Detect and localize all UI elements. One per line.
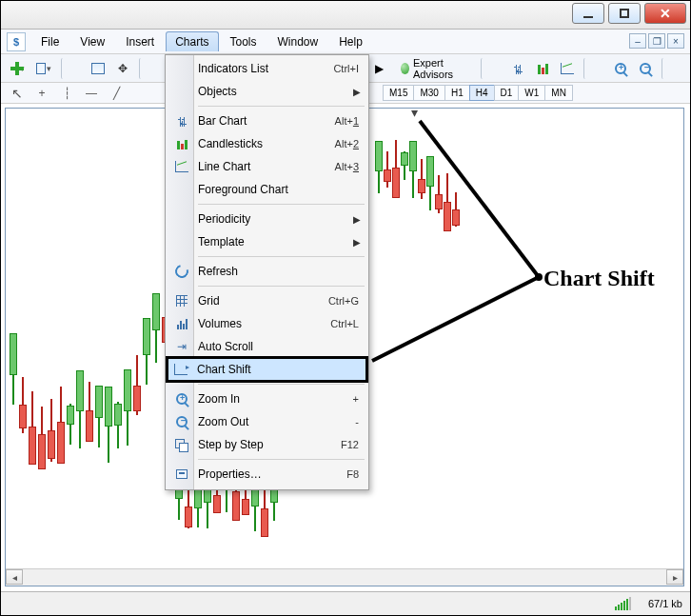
new-chart-button[interactable]: ▾ (7, 58, 29, 79)
line-chart-button[interactable] (557, 58, 578, 79)
menu-step-by-step[interactable]: Step by Step F12 (168, 433, 366, 456)
scroll-right-button[interactable]: ▸ (666, 569, 683, 585)
bar-chart-icon (516, 63, 521, 74)
menu-separator (198, 106, 365, 107)
app-window: ✕ $ File View Insert Charts Tools Window… (0, 0, 691, 616)
line-chart-icon (561, 63, 574, 74)
menu-view[interactable]: View (70, 31, 114, 52)
menu-line-chart[interactable]: Line Chart Alt+3 (168, 155, 366, 178)
window-close-button[interactable]: ✕ (644, 3, 686, 24)
menu-zoom-in[interactable]: Zoom In + (168, 387, 366, 410)
window-maximize-button[interactable] (608, 3, 641, 24)
play-button[interactable]: ▶ (369, 58, 390, 79)
timeframe-h1[interactable]: H1 (444, 85, 470, 101)
vline-tool[interactable]: ┆ (56, 85, 77, 102)
zoom-in-icon (615, 63, 626, 74)
toolbar-separator (61, 58, 82, 79)
window-minimize-button[interactable] (572, 3, 604, 24)
plus-icon (10, 62, 19, 75)
bar-chart-button[interactable] (507, 58, 528, 79)
menu-separator (198, 256, 365, 257)
candle-chart-button[interactable] (532, 58, 553, 79)
annotation-label: Chart Shift (543, 266, 655, 291)
submenu-arrow-icon: ▶ (353, 87, 361, 97)
menu-separator (198, 459, 365, 460)
status-traffic: 67/1 kb (648, 598, 682, 609)
timeframe-d1[interactable]: D1 (494, 85, 520, 101)
hline-tool[interactable]: — (81, 85, 102, 102)
titlebar: ✕ (1, 1, 690, 30)
play-icon: ▶ (375, 62, 384, 75)
timeframe-h4[interactable]: H4 (469, 85, 495, 101)
mdi-minimize-button[interactable]: – (629, 33, 646, 49)
cursor-tool[interactable]: ↖ (7, 85, 28, 102)
expert-advisor-icon (401, 63, 409, 74)
mdi-controls: – ❐ × (629, 33, 684, 49)
menu-file[interactable]: File (31, 31, 69, 52)
candle-chart-icon (173, 135, 190, 152)
zoom-out-icon (173, 413, 190, 430)
menu-chart-shift[interactable]: Chart Shift (166, 356, 368, 383)
profiles-button[interactable]: ▾ (32, 58, 54, 79)
menu-insert[interactable]: Insert (116, 31, 164, 52)
menu-charts[interactable]: Charts (166, 31, 218, 51)
windows-icon (36, 63, 45, 74)
menu-properties[interactable]: Properties… F8 (168, 463, 366, 486)
grid-icon (91, 63, 105, 74)
timeframe-w1[interactable]: W1 (518, 85, 545, 101)
menu-separator (198, 204, 365, 205)
menu-indicators-list[interactable]: Ctrl+I Indicators List (168, 57, 366, 80)
timeframe-m30[interactable]: M30 (413, 85, 444, 101)
timeframe-mn[interactable]: MN (544, 85, 573, 101)
line-chart-icon (173, 158, 190, 175)
menu-refresh[interactable]: Refresh (168, 260, 366, 283)
toolbar-separator (481, 58, 502, 79)
step-icon (173, 436, 190, 453)
zoom-out-button[interactable] (635, 58, 656, 79)
menubar: $ File View Insert Charts Tools Window H… (1, 30, 690, 54)
mdi-close-button[interactable]: × (667, 33, 684, 49)
zoom-in-button[interactable] (610, 58, 631, 79)
statusbar: 67/1 kb (1, 591, 690, 615)
refresh-icon (173, 263, 190, 280)
submenu-arrow-icon: ▶ (353, 214, 361, 225)
cursor-icon: ↖ (11, 86, 23, 101)
zoom-in-icon (173, 390, 190, 407)
chart-shift-icon (172, 361, 189, 378)
zoom-out-icon (640, 63, 651, 74)
timeframe-m15[interactable]: M15 (383, 85, 414, 101)
menu-window[interactable]: Window (268, 31, 328, 52)
menu-candlesticks[interactable]: Candlesticks Alt+2 (168, 132, 366, 155)
menu-bar-chart[interactable]: Bar Chart Alt+1 (168, 109, 366, 132)
menu-volumes[interactable]: Volumes Ctrl+L (168, 312, 366, 335)
menu-separator (198, 384, 365, 385)
scroll-left-button[interactable]: ◂ (6, 569, 23, 585)
menu-foreground-chart[interactable]: Foreground Chart (168, 178, 366, 201)
trendline-tool[interactable]: ╱ (106, 85, 127, 102)
expert-advisors-label: Expert Advisors (413, 57, 468, 80)
menu-auto-scroll[interactable]: ⇥ Auto Scroll (168, 335, 366, 358)
expert-advisors-button[interactable]: Expert Advisors (394, 58, 475, 79)
bar-chart-icon (173, 112, 190, 129)
menu-template[interactable]: Template▶ (168, 230, 366, 253)
menu-help[interactable]: Help (329, 31, 372, 52)
menu-grid[interactable]: Grid Ctrl+G (168, 289, 366, 312)
grid-icon (173, 292, 190, 309)
market-watch-button[interactable] (88, 58, 109, 79)
submenu-arrow-icon: ▶ (353, 237, 361, 248)
crosshair-tool[interactable]: + (31, 85, 52, 102)
trendline-icon: ╱ (113, 87, 120, 100)
vline-icon: ┆ (64, 87, 70, 100)
chart-scrollbar[interactable]: ◂ ▸ (6, 568, 683, 586)
connection-indicator-icon (615, 597, 631, 610)
menu-objects[interactable]: Objects▶ (168, 80, 366, 103)
toolbar-separator (139, 58, 160, 79)
crosshair-icon: ✥ (118, 62, 128, 75)
menu-periodicity[interactable]: Periodicity▶ (168, 208, 366, 230)
navigator-button[interactable]: ✥ (112, 58, 133, 79)
menu-zoom-out[interactable]: Zoom Out - (168, 410, 366, 433)
menu-tools[interactable]: Tools (221, 31, 267, 52)
crosshair-icon: + (38, 87, 45, 100)
mdi-restore-button[interactable]: ❐ (648, 33, 665, 49)
hline-icon: — (86, 87, 97, 100)
